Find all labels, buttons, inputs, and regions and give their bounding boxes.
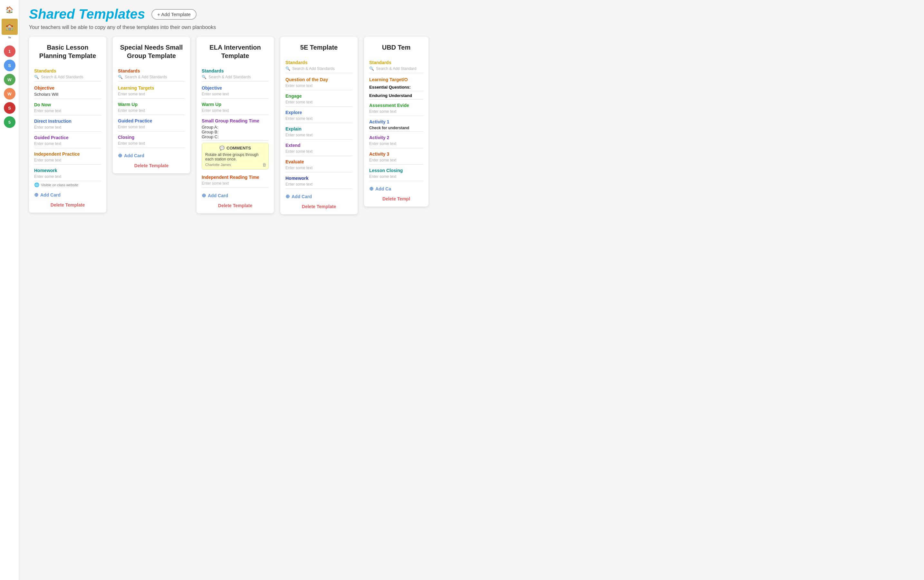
section-label-target-ubd: Learning Target/O	[369, 77, 423, 82]
section-label-donow: Do Now	[34, 102, 101, 107]
section-label-closing-ubd: Lesson Closing	[369, 168, 423, 173]
comments-text: Rotate all three groups through each sta…	[205, 152, 265, 161]
section-label-standards: Standards	[34, 68, 101, 74]
delete-button-sn[interactable]: Delete Template	[118, 163, 185, 168]
search-standards-sn[interactable]: 🔍 Search & Add Standards	[118, 75, 185, 82]
section-label-standards-ubd: Standards	[369, 60, 423, 65]
section-label-guided-sn: Guided Practice	[118, 118, 185, 124]
section-label-activity3: Activity 3	[369, 152, 423, 157]
templates-row: Basic Lesson Planning Template Standards…	[29, 37, 914, 214]
nav-item-s1[interactable]: S	[4, 59, 15, 71]
add-card-button-5e[interactable]: ⊕ Add Card	[285, 193, 352, 199]
nav-item-1[interactable]: 1	[4, 45, 15, 57]
search-placeholder-sn: Search & Add Standards	[125, 75, 167, 79]
card-title-special-needs: Special Needs Small Group Template	[118, 43, 185, 60]
warmup-text-ela: Enter some text	[202, 108, 269, 115]
engage-text: Enter some text	[285, 100, 352, 107]
direct-text: Enter some text	[34, 125, 101, 132]
closing-text: Enter some text	[118, 141, 185, 148]
search-standards-ubd[interactable]: 🔍 Search & Add Standard	[369, 66, 423, 73]
home-icon[interactable]: 🏠	[3, 3, 16, 16]
independent-text-ela: Enter some text	[202, 181, 269, 188]
section-label-direct: Direct Instruction	[34, 119, 101, 124]
comment-bubble-icon: 💬	[219, 146, 224, 150]
activity3-text: Enter some text	[369, 158, 423, 165]
add-card-label-5e: Add Card	[292, 194, 312, 199]
add-card-button-sn[interactable]: ⊕ Add Card	[118, 152, 185, 158]
add-card-button-basic[interactable]: ⊕ Add Card	[34, 192, 101, 198]
closing-text-ubd: Enter some text	[369, 174, 423, 181]
search-standards-ela[interactable]: 🔍 Search & Add Standards	[202, 75, 269, 82]
section-label-closing: Closing	[118, 135, 185, 140]
add-card-icon-ubd: ⊕	[369, 186, 374, 192]
school-label: Te	[8, 36, 11, 39]
sidebar-nav: 1 S W W S 5	[4, 45, 15, 128]
add-card-icon-sn: ⊕	[118, 152, 122, 158]
section-label-standards-5e: Standards	[285, 60, 352, 65]
nav-item-s2[interactable]: S	[4, 102, 15, 114]
add-card-icon: ⊕	[34, 192, 38, 198]
delete-button-ubd[interactable]: Delete Templ	[369, 196, 423, 201]
guided-text-sn: Enter some text	[118, 125, 185, 132]
group-a: Group A:	[202, 125, 269, 130]
section-label-qotd: Question of the Day	[285, 77, 352, 82]
page-subtitle: Your teachers will be able to copy any o…	[29, 25, 914, 30]
nav-item-5[interactable]: 5	[4, 116, 15, 128]
add-card-button-ela[interactable]: ⊕ Add Card	[202, 192, 269, 198]
trash-icon[interactable]: 🗑	[262, 162, 267, 167]
sidebar: 🏠 🏫 Te 1 S W W S 5	[0, 0, 19, 580]
comments-box: 💬 COMMENTS Rotate all three groups throu…	[202, 143, 269, 170]
page-title: Shared Templates	[29, 7, 145, 22]
add-card-label-ubd: Add Ca	[376, 186, 391, 191]
objective-text-ela: Enter some text	[202, 92, 269, 99]
section-label-homework-5e: Homework	[285, 176, 352, 181]
search-standards-basic[interactable]: 🔍 Search & Add Standards	[34, 75, 101, 82]
explore-text: Enter some text	[285, 116, 352, 123]
check-understand: Check for understand	[369, 126, 423, 132]
search-placeholder-ela: Search & Add Standards	[208, 75, 250, 79]
add-card-label: Add Card	[40, 192, 61, 198]
add-card-label-sn: Add Card	[124, 153, 144, 158]
search-icon-5e: 🔍	[285, 66, 290, 71]
section-label-guided: Guided Practice	[34, 135, 101, 140]
section-label-homework: Homework	[34, 168, 101, 173]
search-placeholder-5e: Search & Add Standards	[292, 66, 334, 71]
section-label-extend: Extend	[285, 143, 352, 148]
card-title-basic: Basic Lesson Planning Template	[34, 43, 101, 60]
section-label-standards-ela: Standards	[202, 68, 269, 74]
delete-button-basic[interactable]: Delete Template	[34, 203, 101, 208]
assessment-text: Enter some text	[369, 109, 423, 116]
section-label-activity2: Activity 2	[369, 135, 423, 140]
search-placeholder-ubd: Search & Add Standard	[376, 66, 416, 71]
delete-button-5e[interactable]: Delete Template	[285, 204, 352, 209]
visible-label: Visible on class website	[41, 183, 78, 187]
section-label-activity1: Activity 1	[369, 119, 423, 124]
search-icon: 🔍	[34, 75, 39, 79]
group-b: Group B:	[202, 130, 269, 134]
comments-label: COMMENTS	[226, 146, 251, 150]
school-icon[interactable]: 🏫	[2, 19, 18, 35]
add-template-button[interactable]: + Add Template	[152, 9, 196, 20]
nav-item-w1[interactable]: W	[4, 74, 15, 86]
section-label-warmup-sn: Warm Up	[118, 102, 185, 107]
search-icon-ubd: 🔍	[369, 66, 374, 71]
add-card-button-ubd[interactable]: ⊕ Add Ca	[369, 186, 423, 192]
section-label-objective-ela: Objective	[202, 86, 269, 91]
homework-text-5e: Enter some text	[285, 182, 352, 189]
donow-text: Enter some text	[34, 109, 101, 115]
search-standards-5e[interactable]: 🔍 Search & Add Standards	[285, 66, 352, 73]
essential-questions: Essential Questions:	[369, 85, 423, 91]
section-label-objective: Objective	[34, 86, 101, 91]
add-card-icon-ela: ⊕	[202, 192, 206, 198]
card-title-ubd: UBD Tem	[369, 43, 423, 51]
nav-item-w2[interactable]: W	[4, 88, 15, 100]
section-label-warmup-ela: Warm Up	[202, 102, 269, 107]
section-label-evaluate: Evaluate	[285, 159, 352, 164]
section-label-independent: Independent Practice	[34, 152, 101, 157]
add-card-icon-5e: ⊕	[285, 193, 290, 199]
delete-button-ela[interactable]: Delete Template	[202, 203, 269, 208]
activity2-text: Enter some text	[369, 142, 423, 148]
group-c: Group C:	[202, 134, 269, 141]
objective-text: Scholars Will	[34, 92, 101, 99]
card-title-ela: ELA Intervention Template	[202, 43, 269, 60]
